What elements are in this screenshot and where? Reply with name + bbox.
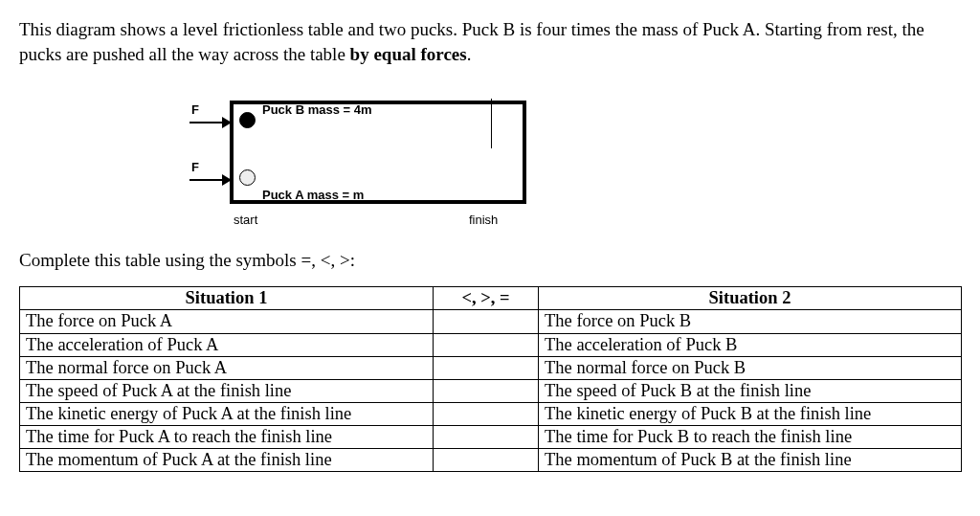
cell-operator-input[interactable]: [434, 356, 539, 379]
table-row: The kinetic energy of Puck A at the fini…: [20, 402, 962, 425]
puck-b-icon: [239, 112, 256, 128]
puck-a-label: Puck A mass = m: [262, 188, 364, 202]
puck-b-label: Puck B mass = 4m: [262, 102, 372, 117]
cell-situation-1: The kinetic energy of Puck A at the fini…: [20, 402, 434, 425]
cell-operator-input[interactable]: [434, 449, 539, 472]
table-row: The acceleration of Puck AThe accelerati…: [20, 333, 962, 356]
cell-situation-1: The force on Puck A: [20, 310, 434, 333]
arrow-head-icon: [222, 174, 232, 186]
table-outline: F F Puck B mass = 4m Puck A mass = m: [230, 101, 526, 204]
cell-situation-1: The normal force on Puck A: [20, 356, 434, 379]
caption-finish: finish: [469, 213, 498, 227]
cell-situation-2: The time for Puck B to reach the finish …: [539, 426, 962, 449]
arrow-shaft-icon: [189, 179, 224, 181]
force-arrow-a: F: [186, 168, 234, 187]
table-row: The normal force on Puck AThe normal for…: [20, 356, 962, 379]
caption-start: start: [234, 213, 257, 227]
intro-bold: by equal forces: [350, 44, 467, 64]
table-row: The speed of Puck A at the finish lineTh…: [20, 379, 962, 402]
header-situation-1: Situation 1: [20, 287, 434, 310]
table-row: The time for Puck A to reach the finish …: [20, 426, 962, 449]
table-row: The momentum of Puck A at the finish lin…: [20, 449, 962, 472]
cell-situation-1: The momentum of Puck A at the finish lin…: [20, 449, 434, 472]
force-arrow-b: F: [186, 110, 234, 129]
cell-operator-input[interactable]: [434, 402, 539, 425]
table-header-row: Situation 1 <, >, = Situation 2: [20, 287, 962, 310]
instruction-text: Complete this table using the symbols =,…: [19, 250, 961, 271]
diagram: F F Puck B mass = 4m Puck A mass = m sta…: [182, 101, 584, 204]
intro-text: This diagram shows a level frictionless …: [19, 17, 961, 66]
cell-operator-input[interactable]: [434, 379, 539, 402]
cell-situation-2: The acceleration of Puck B: [539, 333, 962, 356]
cell-operator-input[interactable]: [434, 333, 539, 356]
arrow-shaft-icon: [189, 122, 224, 123]
intro-part1: This diagram shows a level frictionless …: [19, 19, 924, 64]
comparison-table: Situation 1 <, >, = Situation 2 The forc…: [19, 286, 962, 472]
cell-situation-2: The force on Puck B: [539, 310, 962, 333]
arrow-head-icon: [222, 117, 232, 128]
header-operator: <, >, =: [434, 287, 539, 310]
cell-situation-1: The speed of Puck A at the finish line: [20, 379, 434, 402]
cell-situation-1: The acceleration of Puck A: [20, 333, 434, 356]
force-label-a: F: [191, 160, 199, 174]
cell-situation-2: The speed of Puck B at the finish line: [539, 379, 962, 402]
cell-situation-2: The kinetic energy of Puck B at the fini…: [539, 402, 962, 425]
cell-operator-input[interactable]: [434, 426, 539, 449]
header-situation-2: Situation 2: [539, 287, 962, 310]
table-row: The force on Puck AThe force on Puck B: [20, 310, 962, 333]
puck-a-icon: [239, 169, 256, 186]
finish-line-icon: [491, 99, 493, 148]
force-label-b: F: [191, 102, 199, 117]
intro-part2: .: [467, 44, 472, 64]
cell-situation-2: The momentum of Puck B at the finish lin…: [539, 449, 962, 472]
cell-situation-1: The time for Puck A to reach the finish …: [20, 426, 434, 449]
cell-situation-2: The normal force on Puck B: [539, 356, 962, 379]
cell-operator-input[interactable]: [434, 310, 539, 333]
